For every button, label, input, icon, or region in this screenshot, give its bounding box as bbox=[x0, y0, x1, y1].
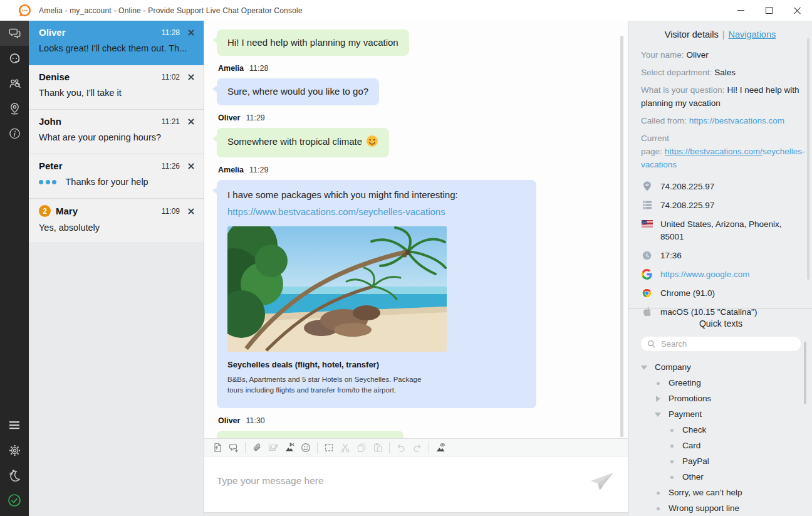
close-chat-icon[interactable] bbox=[187, 208, 195, 215]
called-from-link[interactable]: https://bestvacations.com bbox=[689, 116, 784, 125]
nav-info-icon[interactable] bbox=[0, 121, 29, 146]
add-quick-text-icon[interactable] bbox=[226, 440, 242, 455]
send-image-icon[interactable] bbox=[265, 440, 281, 455]
operator-console-window: Amelia - my_account - Online - Provide S… bbox=[0, 0, 812, 516]
visitor-system-info: IP 74.208.225.97 bbox=[641, 181, 799, 319]
chat-preview: What are your opening hours? bbox=[39, 132, 195, 142]
clock-icon bbox=[641, 250, 653, 261]
details-scrollbar[interactable] bbox=[807, 38, 809, 280]
info-row-location: United States, Arizona, Phoenix, 85001 bbox=[641, 218, 799, 243]
tree-item-wrong-support-line[interactable]: Wrong support line bbox=[641, 500, 801, 516]
quick-texts-title: Quick texts bbox=[641, 319, 801, 329]
message-input[interactable] bbox=[204, 456, 628, 512]
select-area-icon[interactable] bbox=[321, 440, 337, 455]
tree-item-greeting[interactable]: Greeting bbox=[641, 375, 801, 391]
details-tabs: Visitor details|Navigations bbox=[641, 29, 799, 39]
message-history: Hi! I need help with planning my vacatio… bbox=[204, 21, 628, 438]
server-icon bbox=[641, 199, 653, 211]
tree-bullet-icon bbox=[655, 505, 662, 512]
nav-geo-location-icon[interactable] bbox=[0, 96, 29, 121]
nav-chats-icon[interactable] bbox=[0, 21, 29, 46]
field-called-from: Called from:https://bestvacations.com bbox=[641, 114, 799, 127]
titlebar: Amelia - my_account - Online - Provide S… bbox=[0, 0, 812, 21]
nav-operator-icon[interactable] bbox=[0, 46, 29, 71]
view-image-icon[interactable] bbox=[432, 440, 449, 455]
close-button[interactable] bbox=[783, 0, 812, 21]
insert-emoji-icon[interactable] bbox=[298, 440, 314, 455]
seychelles-beach-image[interactable] bbox=[227, 226, 447, 352]
chat-preview: Yes, absolutely bbox=[39, 223, 195, 233]
messages-scrollbar[interactable] bbox=[620, 36, 623, 437]
paste-icon[interactable] bbox=[370, 440, 386, 455]
edit-image-icon[interactable] bbox=[281, 440, 298, 455]
copy-icon[interactable] bbox=[353, 440, 370, 455]
chat-list-item-denise[interactable]: Denise 11:02 Thank you, I'll take it bbox=[29, 65, 204, 110]
package-link[interactable]: https://www.bestvacations.com/seychelles… bbox=[227, 206, 445, 218]
unread-count-badge: 2 bbox=[39, 205, 51, 217]
field-current-page: Current page:https://bestvacations.com/s… bbox=[641, 132, 799, 171]
typing-indicator-icon bbox=[39, 180, 59, 184]
info-row-local-time: 17:36 bbox=[641, 250, 799, 262]
tree-item-check[interactable]: Check bbox=[641, 422, 801, 438]
chat-name: Mary bbox=[56, 206, 78, 216]
cut-icon[interactable] bbox=[337, 440, 353, 455]
maximize-button[interactable] bbox=[755, 0, 783, 21]
chat-preview: Thank you, I'll take it bbox=[39, 88, 195, 98]
info-row-referrer: https://www.google.com bbox=[641, 268, 799, 281]
send-message-icon[interactable] bbox=[591, 473, 614, 494]
tab-visitor-details: Visitor details bbox=[665, 29, 719, 39]
redo-icon[interactable] bbox=[409, 440, 425, 455]
menu-icon[interactable] bbox=[0, 413, 29, 438]
tree-bullet-icon bbox=[669, 474, 675, 480]
tree-collapse-icon[interactable] bbox=[655, 411, 662, 418]
close-chat-icon[interactable] bbox=[187, 73, 195, 81]
night-mode-icon[interactable] bbox=[0, 463, 29, 488]
composer bbox=[204, 456, 628, 512]
nav-visitors-icon[interactable] bbox=[0, 71, 29, 96]
tree-item-paypal[interactable]: PayPal bbox=[641, 453, 801, 469]
tree-item-payment[interactable]: Payment bbox=[641, 406, 801, 422]
chat-list-item-john[interactable]: John 11:21 What are your opening hours? bbox=[29, 110, 204, 154]
referrer-link[interactable]: https://www.google.com bbox=[660, 268, 750, 281]
tree-item-company[interactable]: Company bbox=[641, 359, 801, 375]
settings-gear-icon[interactable] bbox=[0, 438, 29, 463]
left-navigation-bar bbox=[0, 21, 29, 516]
quick-texts-scrollbar[interactable] bbox=[804, 342, 806, 404]
visitor-message-bubble: Somewhere with tropical climate bbox=[217, 128, 389, 157]
tree-item-promotions[interactable]: Promotions bbox=[641, 391, 801, 406]
quick-texts-search[interactable] bbox=[641, 337, 801, 351]
chat-list-item-oliver[interactable]: Oliver 11:28 Looks great! I'll check the… bbox=[29, 21, 204, 65]
chat-list-item-mary[interactable]: 2 Mary 11:09 Yes, absolutely bbox=[29, 199, 204, 243]
quick-texts-search-input[interactable] bbox=[660, 339, 794, 349]
close-chat-icon[interactable] bbox=[187, 162, 195, 170]
close-chat-icon[interactable] bbox=[187, 118, 195, 125]
us-flag-icon bbox=[641, 218, 653, 229]
insert-quick-text-icon[interactable] bbox=[209, 440, 226, 455]
message-header: Amelia 11:28 bbox=[218, 64, 619, 73]
chat-list-item-peter[interactable]: Peter 11:26 Thanks for your help bbox=[29, 154, 204, 199]
tree-item-sorry-we-cant-help[interactable]: Sorry, we can’t help bbox=[641, 485, 801, 500]
tree-bullet-icon bbox=[669, 427, 675, 433]
online-status-icon[interactable] bbox=[0, 488, 29, 513]
tree-item-other[interactable]: Other bbox=[641, 469, 801, 485]
current-page-link[interactable]: https://bestvacations.com/ bbox=[665, 147, 763, 156]
app-logo-icon bbox=[18, 4, 31, 17]
chat-name: Denise bbox=[39, 71, 70, 82]
sidebar-bottom-group bbox=[0, 413, 29, 513]
chat-name: Oliver bbox=[39, 27, 66, 38]
chat-time: 11:09 bbox=[162, 207, 180, 216]
undo-icon[interactable] bbox=[393, 440, 409, 455]
chat-list: Oliver 11:28 Looks great! I'll check the… bbox=[29, 21, 204, 516]
chat-preview: Looks great! I'll check them out. Th... bbox=[39, 43, 195, 53]
tree-expand-icon[interactable] bbox=[655, 396, 662, 402]
chat-name: Peter bbox=[39, 161, 63, 171]
window-title: Amelia - my_account - Online - Provide S… bbox=[39, 6, 303, 15]
tree-item-card[interactable]: Card bbox=[641, 438, 801, 453]
tab-navigations-link[interactable]: Navigations bbox=[728, 29, 776, 39]
attach-file-icon[interactable] bbox=[249, 440, 265, 455]
tree-bullet-icon bbox=[669, 443, 675, 449]
minimize-button[interactable] bbox=[727, 0, 755, 21]
tree-collapse-icon[interactable] bbox=[641, 364, 648, 371]
smiley-emoji-icon bbox=[366, 135, 378, 150]
close-chat-icon[interactable] bbox=[187, 29, 195, 36]
